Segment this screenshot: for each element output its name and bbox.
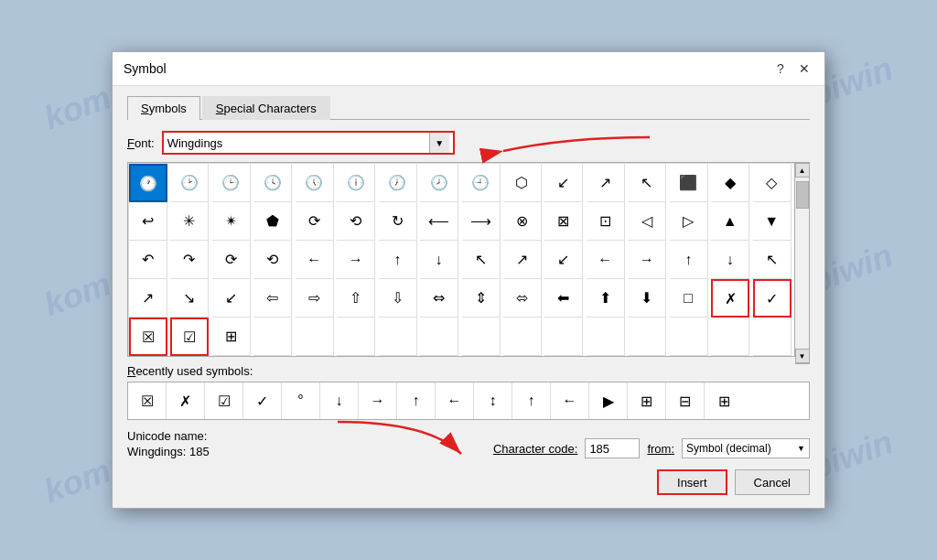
from-select[interactable]: Symbol (decimal) ▼ xyxy=(682,438,810,458)
symbol-cell[interactable]: 🕕 xyxy=(337,164,375,202)
symbol-cell[interactable]: ▼ xyxy=(753,202,792,241)
recent-cell[interactable]: ⊞ xyxy=(705,382,743,419)
symbol-cell[interactable]: ✳ xyxy=(170,202,209,241)
recent-cell[interactable]: ° xyxy=(282,382,320,419)
insert-button[interactable]: Insert xyxy=(657,469,727,495)
symbol-cell[interactable] xyxy=(628,318,666,356)
symbol-cell[interactable]: ↓ xyxy=(711,241,749,279)
symbol-cell[interactable]: 🕑 xyxy=(170,164,209,202)
symbol-cell[interactable]: ⇔ xyxy=(420,279,458,318)
symbol-cell[interactable]: 🕒 xyxy=(212,164,251,202)
recent-cell[interactable]: ↑ xyxy=(397,382,436,419)
symbol-cell[interactable]: ↙ xyxy=(212,279,251,318)
symbol-cell[interactable]: 🕗 xyxy=(420,164,458,202)
tab-special-characters[interactable]: Special Characters xyxy=(202,96,330,120)
symbol-cell[interactable]: ✴ xyxy=(212,202,251,241)
symbol-cell[interactable]: ↻ xyxy=(379,202,417,241)
symbol-cell[interactable]: ↗ xyxy=(587,164,625,202)
symbol-cell[interactable] xyxy=(462,318,501,356)
symbol-cell[interactable] xyxy=(544,318,583,356)
symbol-cell[interactable]: ⟲ xyxy=(337,202,375,241)
tab-symbols[interactable]: Symbols xyxy=(127,96,200,120)
recent-cell[interactable]: ↓ xyxy=(320,382,359,419)
char-code-input[interactable] xyxy=(585,438,640,458)
symbol-cell[interactable]: ⇨ xyxy=(296,279,334,318)
symbol-cell-boxx[interactable]: ☒ xyxy=(129,318,167,356)
recent-cell[interactable]: ✓ xyxy=(243,382,282,419)
recent-cell[interactable]: ↕ xyxy=(474,382,512,419)
symbol-cell[interactable]: ⊞ xyxy=(212,318,251,356)
symbol-cell[interactable]: ↑ xyxy=(670,241,708,279)
symbol-cell[interactable]: ⇧ xyxy=(337,279,375,318)
symbol-cell[interactable]: ⬅ xyxy=(544,279,583,318)
symbol-cell[interactable]: ↙ xyxy=(544,164,583,202)
symbol-cell[interactable]: ↩ xyxy=(129,202,167,241)
symbol-cell[interactable]: ⟳ xyxy=(212,241,251,279)
symbol-cell[interactable]: ⬟ xyxy=(253,202,292,241)
symbol-cell[interactable]: ◁ xyxy=(628,202,666,241)
symbol-cell[interactable]: ▷ xyxy=(670,202,708,241)
symbol-cell[interactable]: ↖ xyxy=(462,241,501,279)
symbol-cell[interactable]: ⇕ xyxy=(462,279,501,318)
scroll-bar[interactable]: ▲ ▼ xyxy=(795,162,810,364)
symbol-cell[interactable]: ↙ xyxy=(544,241,583,279)
scroll-down-arrow[interactable]: ▼ xyxy=(795,349,810,363)
recent-cell[interactable]: ☑ xyxy=(205,382,243,419)
symbol-cell[interactable]: → xyxy=(337,241,375,279)
symbol-cell[interactable]: ⊠ xyxy=(544,202,583,241)
symbol-cell-boxcheck[interactable]: ☑ xyxy=(170,318,209,356)
close-button[interactable]: ✕ xyxy=(795,59,813,78)
symbol-cell[interactable]: ▲ xyxy=(711,202,749,241)
symbol-cell[interactable]: ⇩ xyxy=(379,279,417,318)
recent-cell[interactable]: ✗ xyxy=(167,382,205,419)
symbol-cell[interactable]: ↷ xyxy=(170,241,209,279)
scroll-thumb[interactable] xyxy=(796,181,809,209)
symbol-cell[interactable]: ↗ xyxy=(129,279,167,318)
symbol-cell[interactable] xyxy=(753,318,792,356)
symbol-cell[interactable]: ↑ xyxy=(379,241,417,279)
symbol-cell[interactable] xyxy=(711,318,749,356)
symbol-cell[interactable]: ↶ xyxy=(129,241,167,279)
symbol-cell[interactable]: → xyxy=(628,241,666,279)
symbol-cell[interactable]: 🕔 xyxy=(296,164,334,202)
symbol-cell[interactable]: ⟵ xyxy=(420,202,458,241)
symbol-cell[interactable]: ◇ xyxy=(753,164,792,202)
symbol-cell[interactable]: 🕐 xyxy=(129,164,167,202)
symbol-cell[interactable]: ↓ xyxy=(420,241,458,279)
symbol-cell[interactable]: ⟲ xyxy=(253,241,292,279)
symbol-cell[interactable] xyxy=(253,318,292,356)
symbol-cell[interactable]: 🕖 xyxy=(379,164,417,202)
symbol-cell[interactable]: 🕘 xyxy=(462,164,501,202)
recent-cell[interactable]: ⊞ xyxy=(628,382,666,419)
symbol-cell[interactable]: ⊡ xyxy=(587,202,625,241)
symbol-cell[interactable]: ◆ xyxy=(711,164,749,202)
symbol-cell[interactable]: ⬆ xyxy=(587,279,625,318)
symbol-cell[interactable] xyxy=(337,318,375,356)
recent-cell[interactable]: ↑ xyxy=(512,382,551,419)
symbol-cell[interactable] xyxy=(503,318,542,356)
symbol-cell[interactable]: ⟳ xyxy=(296,202,334,241)
symbol-cell[interactable] xyxy=(379,318,417,356)
symbol-cell[interactable]: ⬄ xyxy=(503,279,542,318)
recent-cell[interactable]: ← xyxy=(436,382,474,419)
symbol-cell[interactable] xyxy=(587,318,625,356)
font-select[interactable]: Wingdings ▼ xyxy=(162,131,455,155)
symbol-cell[interactable]: ↘ xyxy=(170,279,209,318)
recent-cell[interactable]: ← xyxy=(551,382,589,419)
symbol-cell[interactable] xyxy=(296,318,334,356)
symbol-cell-x[interactable]: ✗ xyxy=(711,279,749,318)
symbol-cell[interactable]: ⇦ xyxy=(253,279,292,318)
symbol-cell[interactable]: ↖ xyxy=(628,164,666,202)
help-button[interactable]: ? xyxy=(771,59,790,78)
recent-cell[interactable]: ⊟ xyxy=(666,382,705,419)
scroll-up-arrow[interactable]: ▲ xyxy=(795,163,810,178)
cancel-button[interactable]: Cancel xyxy=(735,469,810,495)
symbol-cell[interactable]: ← xyxy=(587,241,625,279)
symbol-cell[interactable]: ⬡ xyxy=(503,164,542,202)
symbol-cell[interactable]: ⬛ xyxy=(670,164,708,202)
symbol-cell-check[interactable]: ✓ xyxy=(753,279,792,318)
symbol-cell[interactable]: 🕓 xyxy=(253,164,292,202)
symbol-cell[interactable]: ⬇ xyxy=(628,279,666,318)
symbol-cell[interactable]: □ xyxy=(670,279,708,318)
symbol-cell[interactable]: ↗ xyxy=(503,241,542,279)
